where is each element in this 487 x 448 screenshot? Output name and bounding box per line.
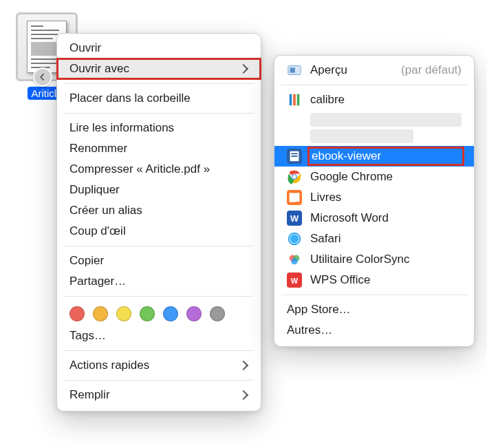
app-ebook-viewer[interactable]: ebook-viewer (274, 146, 474, 167)
app-microsoft-word[interactable]: W Microsoft Word (274, 208, 474, 228)
menu-quick-actions[interactable]: Actions rapides (57, 355, 261, 376)
svg-text:W: W (290, 213, 299, 224)
menu-duplicate[interactable]: Dupliquer (57, 180, 261, 200)
menu-rename[interactable]: Renommer (57, 138, 261, 159)
tag-color-row (57, 301, 261, 326)
colorsync-icon (287, 252, 302, 267)
default-suffix: (par défaut) (401, 63, 462, 77)
svg-rect-1 (290, 67, 295, 72)
svg-rect-7 (291, 156, 297, 157)
svg-point-14 (290, 235, 299, 244)
menu-app-store[interactable]: App Store… (274, 299, 474, 320)
menu-tags[interactable]: Tags… (57, 326, 261, 346)
safari-icon (287, 231, 302, 246)
menu-copy[interactable]: Copier (57, 250, 261, 271)
separator (281, 85, 467, 85)
separator (281, 295, 467, 295)
tag-dot-green[interactable] (140, 306, 155, 321)
back-arrow-icon (33, 67, 52, 87)
redacted-app (310, 129, 413, 143)
ebook-viewer-icon (287, 149, 302, 164)
tag-dot-blue[interactable] (163, 306, 178, 321)
menu-others[interactable]: Autres… (274, 320, 474, 341)
svg-rect-2 (290, 94, 292, 106)
open-with-submenu: Aperçu (par défaut) calibre ebook-viewer… (274, 55, 475, 347)
calibre-icon (287, 92, 302, 107)
menu-compress[interactable]: Compresser « Ariticle.pdf » (57, 159, 261, 180)
separator (64, 246, 254, 246)
svg-text:W: W (291, 277, 299, 285)
menu-fill[interactable]: Remplir (57, 385, 261, 405)
context-menu: Ouvrir Ouvrir avec Placer dans la corbei… (56, 33, 261, 412)
menu-quick-look[interactable]: Coup d'œil (57, 221, 261, 242)
separator (64, 113, 254, 114)
tag-dot-gray[interactable] (210, 306, 225, 321)
chrome-icon (287, 169, 302, 184)
menu-share[interactable]: Partager… (57, 271, 261, 292)
svg-rect-3 (293, 94, 296, 106)
separator (64, 350, 254, 351)
separator (64, 83, 254, 84)
menu-move-to-trash[interactable]: Placer dans la corbeille (57, 88, 261, 109)
svg-point-10 (292, 175, 296, 179)
svg-rect-4 (297, 94, 300, 106)
app-google-chrome[interactable]: Google Chrome (274, 167, 474, 187)
tag-dot-orange[interactable] (93, 306, 108, 321)
svg-point-17 (291, 258, 297, 264)
separator (64, 380, 254, 381)
preview-icon (287, 63, 302, 78)
tag-dot-purple[interactable] (186, 306, 202, 321)
app-wps-office[interactable]: W WPS Office (274, 270, 474, 290)
app-preview[interactable]: Aperçu (par défaut) (274, 60, 474, 81)
app-safari[interactable]: Safari (274, 228, 474, 249)
wps-icon: W (287, 273, 302, 288)
menu-open[interactable]: Ouvrir (57, 38, 261, 58)
menu-open-with[interactable]: Ouvrir avec (57, 58, 261, 79)
svg-rect-6 (291, 153, 297, 154)
tag-dot-red[interactable] (69, 306, 85, 321)
app-books[interactable]: Livres (274, 187, 474, 208)
separator (64, 296, 254, 297)
tag-dot-yellow[interactable] (116, 306, 131, 321)
app-colorsync-utility[interactable]: Utilitaire ColorSync (274, 249, 474, 270)
app-calibre[interactable]: calibre (274, 89, 474, 110)
word-icon: W (287, 211, 302, 226)
ebook-viewer-label: ebook-viewer (310, 149, 462, 163)
redacted-app (310, 113, 462, 127)
menu-get-info[interactable]: Lire les informations (57, 118, 261, 138)
menu-make-alias[interactable]: Créer un alias (57, 200, 261, 221)
books-icon (287, 190, 302, 205)
